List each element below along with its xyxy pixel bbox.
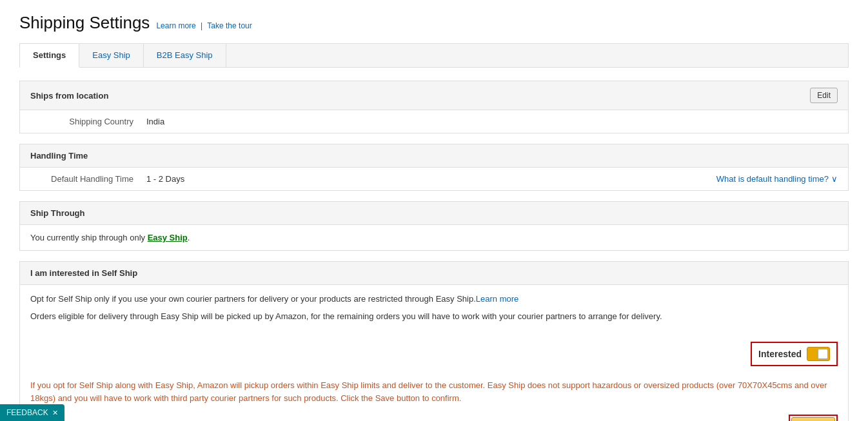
close-icon[interactable]: ✕ — [52, 409, 58, 417]
take-tour-link[interactable]: Take the tour — [207, 21, 252, 30]
feedback-button[interactable]: FEEDBACK ✕ — [0, 404, 64, 421]
warning-text: If you opt for Self Ship along with Easy… — [20, 373, 848, 410]
tab-b2b-easy-ship[interactable]: B2B Easy Ship — [144, 44, 226, 67]
ship-through-header: Ship Through — [20, 202, 848, 225]
ship-through-section: Ship Through You currently ship through … — [19, 201, 849, 251]
tab-easy-ship[interactable]: Easy Ship — [79, 44, 144, 67]
shipping-country-value: India — [146, 117, 164, 126]
header-links: Learn more | Take the tour — [156, 21, 252, 30]
page-title: Shipping Settings — [19, 13, 150, 33]
ships-from-section: Ships from location Edit Shipping Countr… — [19, 81, 849, 133]
feedback-label: FEEDBACK — [6, 408, 48, 417]
ship-through-prefix: You currently ship through only — [30, 233, 148, 242]
ships-from-header: Ships from location Edit — [20, 81, 848, 110]
default-handling-time-row: Default Handling Time 1 - 2 Days What is… — [20, 168, 848, 190]
ship-through-suffix: . — [188, 233, 190, 242]
default-handling-label: Default Handling Time — [30, 174, 146, 184]
toggle-background[interactable] — [807, 347, 830, 361]
shipping-country-row: Shipping Country India — [20, 110, 848, 133]
handling-time-section: Handling Time Default Handling Time 1 - … — [19, 144, 849, 191]
save-row: Save — [20, 409, 848, 421]
easy-ship-link[interactable]: Easy Ship — [148, 233, 188, 242]
handling-time-header: Handling Time — [20, 144, 848, 168]
ship-through-text: You currently ship through only Easy Shi… — [20, 225, 848, 250]
page-header: Shipping Settings Learn more | Take the … — [19, 13, 849, 33]
self-ship-description-1: Opt for Self Ship only if you use your o… — [30, 293, 838, 306]
self-ship-content: Opt for Self Ship only if you use your o… — [20, 285, 848, 335]
shipping-country-label: Shipping Country — [30, 117, 146, 126]
ship-through-title: Ship Through — [30, 208, 84, 218]
toggle-knob — [818, 349, 828, 359]
self-ship-header: I am interested in Self Ship — [20, 262, 848, 285]
interested-label: Interested — [758, 349, 802, 359]
tab-settings[interactable]: Settings — [20, 44, 79, 68]
learn-more-link[interactable]: Learn more — [156, 21, 195, 30]
handling-time-title: Handling Time — [30, 151, 88, 161]
ships-from-title: Ships from location — [30, 91, 108, 101]
save-button[interactable]: Save — [791, 417, 835, 421]
self-ship-title: I am interested in Self Ship — [30, 268, 137, 278]
self-ship-learn-more-link[interactable]: Learn more — [476, 294, 518, 304]
interested-box: Interested — [751, 342, 838, 366]
interested-toggle[interactable] — [807, 347, 830, 361]
chevron-down-icon: ∨ — [831, 174, 838, 184]
self-ship-description-2: Orders eligible for delivery through Eas… — [30, 310, 838, 324]
save-btn-wrapper: Save — [789, 415, 838, 421]
edit-button[interactable]: Edit — [810, 88, 838, 103]
separator: | — [201, 21, 202, 30]
interested-row: Interested — [20, 335, 848, 373]
self-ship-section: I am interested in Self Ship Opt for Sel… — [19, 261, 849, 421]
default-handling-value: 1 - 2 Days — [146, 174, 184, 184]
tabs-container: Settings Easy Ship B2B Easy Ship — [19, 43, 849, 68]
handling-time-help-link[interactable]: What is default handling time? ∨ — [716, 174, 838, 184]
